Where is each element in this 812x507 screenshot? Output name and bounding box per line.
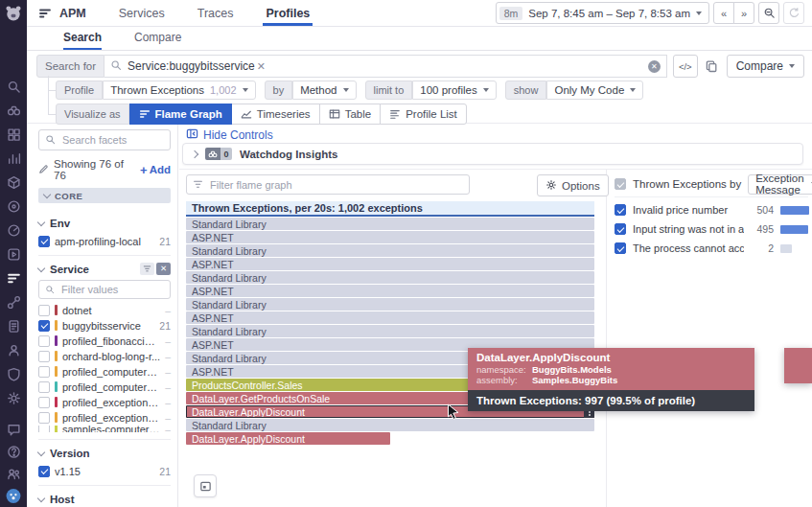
watchdog-insights-bar[interactable]: 0 Watchdog Insights — [182, 143, 803, 165]
facet-item-dotnet[interactable]: dotnet– — [38, 303, 171, 317]
facet-item-v1-15[interactable]: v1.1521 — [38, 464, 171, 478]
facet-item-orchard-blog-long-r[interactable]: orchard-blog-long-r...– — [38, 349, 171, 363]
search-input[interactable]: Service:buggybitsservice✕ ✕ — [104, 55, 667, 78]
time-forward-button[interactable]: » — [733, 2, 754, 24]
facet-section-header-service[interactable]: Service✕ — [38, 261, 171, 277]
flame-frame-standard-library[interactable]: Standard Library — [186, 244, 594, 257]
nav-item-services[interactable]: Services — [103, 0, 181, 26]
flame-frame-standard-library[interactable]: Standard Library — [186, 419, 594, 431]
checkbox[interactable] — [38, 466, 50, 477]
checkbox[interactable] — [615, 223, 626, 235]
flame-frame-asp-net[interactable]: ASP.NET — [186, 258, 594, 270]
tab-compare[interactable]: Compare — [134, 31, 181, 50]
checkbox[interactable] — [38, 426, 50, 432]
refresh-icon[interactable] — [783, 2, 804, 24]
zoom-out-icon[interactable] — [758, 2, 779, 24]
visualize-flame-graph[interactable]: Flame Graph — [129, 104, 232, 125]
checkbox[interactable] — [38, 320, 50, 332]
checkbox[interactable] — [38, 351, 50, 362]
time-back-button[interactable]: « — [713, 2, 734, 24]
datadog-bear-logo[interactable] — [4, 4, 23, 23]
code-view-button[interactable]: </> — [673, 55, 698, 78]
facet-item-profiled-fibonacci-a[interactable]: profiled_fibonacci_a...– — [38, 334, 171, 348]
facet-item-profiled-computer0[interactable]: profiled_computer0...– — [38, 364, 171, 379]
flame-frame-standard-library[interactable]: Standard Library — [186, 325, 594, 337]
checkbox[interactable] — [38, 412, 50, 424]
breakdown-item-input-string-was-not[interactable]: Input string was not in a correct fo...4… — [615, 219, 809, 239]
settings-icon[interactable] — [6, 390, 21, 405]
rum-icon[interactable] — [6, 342, 21, 357]
checkbox[interactable] — [38, 236, 50, 247]
breakdown-item-the-process-cannot-a[interactable]: The process cannot access the file 'C:..… — [615, 239, 809, 258]
facet-section-header-env[interactable]: Env — [38, 215, 171, 231]
flame-filter-field[interactable] — [208, 178, 463, 192]
dashboards-icon[interactable] — [6, 127, 21, 142]
facet-item-apm-profiling-local[interactable]: apm-profiling-local21 — [38, 234, 171, 248]
flame-root-frame[interactable]: Thrown Exceptions, per 20s: 1,002 except… — [186, 201, 594, 217]
facet-search-input[interactable] — [38, 129, 171, 150]
clear-filter-icon[interactable]: ✕ — [156, 263, 171, 275]
checkbox[interactable] — [38, 335, 50, 347]
flame-frame-standard-library[interactable]: Standard Library — [186, 218, 594, 230]
facet-search-field[interactable] — [60, 133, 164, 147]
team-icon[interactable] — [6, 466, 21, 481]
options-button[interactable]: Options — [537, 174, 609, 196]
profiling-icon[interactable] — [6, 270, 21, 286]
checkbox[interactable] — [38, 305, 50, 316]
chat-icon[interactable] — [6, 422, 21, 437]
checkbox[interactable] — [615, 204, 626, 216]
service-map-icon[interactable] — [6, 294, 21, 310]
avatar-icon[interactable] — [6, 488, 21, 503]
hide-controls-link[interactable]: Hide Controls — [186, 127, 273, 143]
compare-button[interactable]: Compare — [727, 55, 804, 78]
flame-frame-asp-net[interactable]: ASP.NET — [186, 285, 594, 297]
facet-section-header-host[interactable]: Host — [38, 491, 171, 507]
flame-frame-asp-net[interactable]: ASP.NET — [186, 311, 594, 324]
visualize-table[interactable]: Table — [319, 104, 382, 125]
facet-section-header-version[interactable]: Version — [38, 445, 171, 461]
apm-icon[interactable] — [6, 198, 21, 214]
visualize-timeseries[interactable]: Timeseries — [231, 104, 320, 125]
facet-item-buggybitsservice[interactable]: buggybitsservice21 — [38, 318, 171, 333]
copy-icon[interactable] — [705, 59, 718, 73]
flame-frame-standard-library[interactable]: Standard Library — [186, 298, 594, 311]
facet-filter-field[interactable] — [59, 283, 164, 296]
tab-search[interactable]: Search — [63, 31, 102, 50]
breakdown-dimension-select[interactable]: Exception Message — [748, 174, 812, 195]
flame-frame-asp-net[interactable]: ASP.NET — [186, 231, 594, 243]
search-icon[interactable] — [6, 79, 21, 94]
breakdown-item-invalid-price-number[interactable]: Invalid price number504 — [615, 200, 809, 219]
flame-frame-datalayer-applydiscount[interactable]: DataLayer.ApplyDiscount — [186, 432, 390, 445]
facet-filter-input[interactable] — [38, 280, 171, 299]
facet-group-core[interactable]: CORE — [38, 188, 171, 203]
checkbox[interactable] — [615, 242, 626, 254]
facet-item-profiled-exceptiong[interactable]: profiled_exceptiong...– — [38, 410, 171, 425]
facet-item-profiled-computer0[interactable]: profiled_computer0...– — [38, 380, 171, 394]
security-icon[interactable] — [6, 366, 21, 381]
ci-icon[interactable] — [6, 246, 21, 262]
add-facet-button[interactable]: +Add — [140, 163, 171, 177]
breakdown-select-all-checkbox[interactable] — [615, 178, 626, 190]
synthetics-icon[interactable] — [6, 222, 21, 238]
group-by-select[interactable]: Method — [292, 81, 356, 100]
remove-token-icon[interactable]: ✕ — [257, 60, 266, 72]
nav-item-traces[interactable]: Traces — [181, 0, 250, 26]
checkbox[interactable] — [38, 381, 50, 393]
logs-icon[interactable] — [6, 318, 21, 334]
visualize-profile-list[interactable]: Profile List — [380, 104, 467, 125]
time-range-picker[interactable]: 8m Sep 7, 8:45 am – Sep 7, 8:53 am — [496, 2, 709, 24]
watchdog-icon[interactable] — [6, 103, 21, 118]
infrastructure-icon[interactable] — [6, 174, 21, 190]
flame-frame-standard-library[interactable]: Standard Library — [186, 271, 594, 284]
profile-type-select[interactable]: Thrown Exceptions 1,002 — [103, 81, 255, 100]
nav-item-profiles[interactable]: Profiles — [249, 0, 326, 26]
metrics-icon[interactable] — [6, 150, 21, 166]
checkbox[interactable] — [38, 397, 50, 408]
checkbox[interactable] — [38, 366, 50, 378]
facet-item-profiled-exceptiong[interactable]: profiled_exceptiong...– — [38, 395, 171, 409]
clear-search-icon[interactable]: ✕ — [648, 60, 661, 73]
show-select[interactable]: Only My Code — [546, 81, 643, 100]
flame-filter-input[interactable] — [186, 174, 470, 195]
help-icon[interactable] — [6, 444, 21, 459]
limit-select[interactable]: 100 profiles — [412, 81, 496, 100]
